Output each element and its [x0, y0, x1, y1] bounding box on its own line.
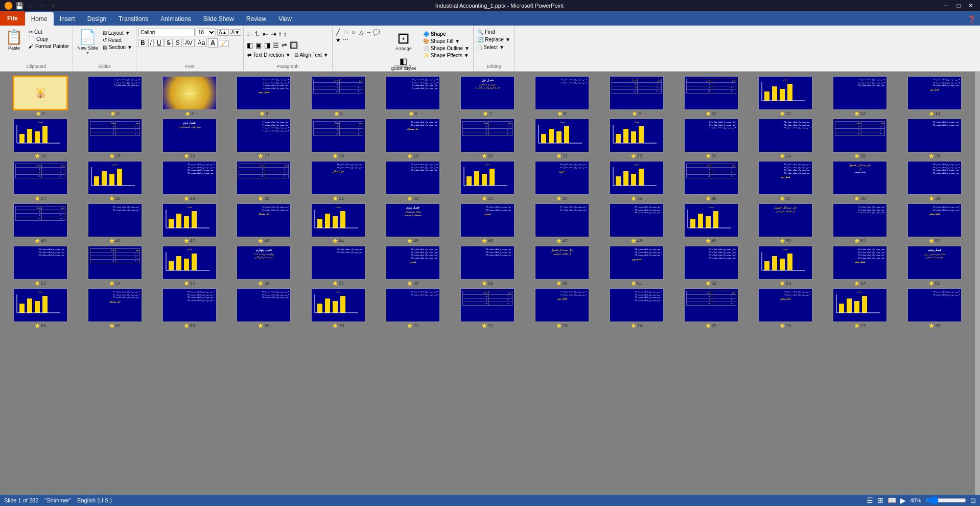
slide-item-33[interactable]: نمودار ⭐33	[451, 160, 524, 201]
slide-item-43[interactable]: • متن نمونه برای اسلاید شماره 43• متن نم…	[228, 203, 300, 243]
tab-design[interactable]: Design	[81, 12, 112, 26]
slide-item-37[interactable]: • متن نمونه برای اسلاید شماره 37• متن نم…	[749, 160, 822, 201]
slide-item-16[interactable]: فصل دوم روش‌های قیمت‌گذاری⭐16	[153, 118, 226, 158]
tab-insert[interactable]: Insert	[54, 12, 81, 26]
slide-item-14[interactable]: نمودار ⭐14	[4, 118, 77, 158]
slide-item-67[interactable]: • متن نمونه برای اسلاید شماره 67• متن نم…	[79, 288, 151, 328]
increase-indent-button[interactable]: ⇥	[270, 30, 277, 38]
redo-quick-btn[interactable]: ↪	[37, 1, 46, 10]
slide-sorter-btn[interactable]: ⊞	[877, 496, 883, 504]
slide-item-18[interactable]: جمعمقدار ۱۰۰۰۵۰ ۲۰۰۰۸۰ ۳۰۰۰۱۲۰ ⭐18	[302, 118, 375, 158]
section-button[interactable]: ▤ Section ▼	[101, 44, 134, 51]
slide-item-69[interactable]: • متن نمونه برای اسلاید شماره 69• متن نم…	[228, 288, 300, 328]
clear-format-button[interactable]: 🧹	[219, 40, 229, 47]
slide-item-24[interactable]: • متن نمونه برای اسلاید شماره 24• متن نم…	[749, 118, 822, 158]
tab-review[interactable]: Review	[240, 12, 272, 26]
line-spacing-button[interactable]: ↕	[283, 30, 288, 38]
find-button[interactable]: 🔍 Find	[476, 29, 512, 35]
layout-button[interactable]: ⊞ Layout ▼	[101, 30, 134, 36]
slide-item-44[interactable]: نمودار ⭐44	[302, 203, 375, 243]
text-direction-button[interactable]: ⇄ Text Direction ▼	[246, 52, 292, 58]
new-slide-button[interactable]: 📄 New Slide ▼	[75, 28, 100, 56]
scrollbar-vertical[interactable]	[975, 72, 980, 495]
slide-item-48[interactable]: • متن نمونه برای اسلاید شماره 48• متن نم…	[600, 203, 673, 243]
slide-item-65[interactable]: فصل پنجم نظام هزینه‌یابی برایموسسات صنعت…	[898, 245, 971, 286]
align-text-button[interactable]: ⊟ Align Text ▼	[293, 52, 330, 58]
slide-item-12[interactable]: • متن نمونه برای اسلاید شماره 12• متن نم…	[824, 76, 896, 116]
slide-item-60[interactable]: حل مسائل فصولاز هدف دوسی⭐60	[526, 245, 598, 286]
font-shrink-btn[interactable]: A▼	[230, 29, 242, 36]
slide-item-46[interactable]: • متن نمونه برای اسلاید شماره 46• متن نم…	[451, 203, 524, 243]
slide-item-15[interactable]: جمعمقدار ۱۰۰۰۵۰ ۲۰۰۰۸۰ ۳۰۰۰۱۲۰ ⭐15	[79, 118, 151, 158]
bold-button[interactable]: B	[138, 39, 147, 47]
slide-item-71[interactable]: • متن نمونه برای اسلاید شماره 71• متن نم…	[377, 288, 449, 328]
zoom-slider[interactable]	[925, 496, 966, 504]
slide-item-11[interactable]: نمودار ⭐11	[749, 76, 822, 116]
slide-item-28[interactable]: نمودار ⭐28	[79, 160, 151, 201]
align-right-button[interactable]: ◨	[263, 41, 271, 50]
char-spacing-button[interactable]: AV	[183, 39, 195, 47]
slideshow-btn[interactable]: ▶	[900, 496, 906, 504]
slide-item-66[interactable]: نمودار ⭐66	[4, 288, 77, 328]
shape-fill-button[interactable]: 🎨 Shape Fill ▼	[422, 38, 471, 44]
slide-item-68[interactable]: • متن نمونه برای اسلاید شماره 68• متن نم…	[153, 288, 226, 328]
slide-item-17[interactable]: • متن نمونه برای اسلاید شماره 17• متن نم…	[228, 118, 300, 158]
shape-more-icon[interactable]: ⋯	[342, 36, 349, 43]
slide-item-34[interactable]: • متن نمونه برای اسلاید شماره 34• متن نم…	[526, 160, 598, 201]
slide-item-77[interactable]: نمودار ⭐77	[824, 288, 896, 328]
tab-view[interactable]: View	[272, 12, 298, 26]
cut-button[interactable]: ✂ Cut	[27, 29, 71, 35]
select-button[interactable]: ⬚ Select ▼	[476, 44, 512, 51]
underline-button[interactable]: U	[155, 39, 164, 47]
strikethrough-button[interactable]: S̶	[165, 39, 173, 47]
slide-item-39[interactable]: • متن نمونه برای اسلاید شماره 39• متن نم…	[898, 160, 971, 201]
slide-item-6[interactable]: • متن نمونه برای اسلاید شماره 6• متن نمو…	[377, 76, 449, 116]
slide-item-5[interactable]: جمعمقدار ۱۰۰۰۵۰ ۲۰۰۰۸۰ ۳۰۰۰۱۲۰ ⭐5	[302, 76, 375, 116]
slide-item-13[interactable]: • متن نمونه برای اسلاید شماره 13• متن نم…	[898, 76, 971, 116]
slide-item-26[interactable]: • متن نمونه برای اسلاید شماره 26• متن نم…	[898, 118, 971, 158]
slides-panel[interactable]: 🕌 ⭐1• متن نمونه برای اسلاید شماره 2• متن…	[0, 72, 975, 495]
tab-transitions[interactable]: Transitions	[112, 12, 154, 26]
slide-item-29[interactable]: • متن نمونه برای اسلاید شماره 29• متن نم…	[153, 160, 226, 201]
slide-item-61[interactable]: • متن نمونه برای اسلاید شماره 61• متن نم…	[600, 245, 673, 286]
tab-animations[interactable]: Animations	[154, 12, 197, 26]
slide-item-8[interactable]: • متن نمونه برای اسلاید شماره 8• متن نمو…	[526, 76, 598, 116]
decrease-indent-button[interactable]: ⇤	[262, 30, 269, 38]
slide-item-51[interactable]: • متن نمونه برای اسلاید شماره 51• متن نم…	[824, 203, 896, 243]
shape-rect-icon[interactable]: □	[342, 29, 349, 36]
slide-item-54[interactable]: جمعمقدار ۱۰۰۰۵۰ ۲۰۰۰۸۰ ۳۰۰۰۱۲۰ ⭐54	[79, 245, 151, 286]
customize-quick-btn[interactable]: ▼	[49, 1, 58, 10]
slide-item-62[interactable]: • متن نمونه برای اسلاید شماره 62• متن نم…	[675, 245, 748, 286]
slide-item-72[interactable]: جمعمقدار ۱۰۰۰۵۰ ۲۰۰۰۸۰ ۳۰۰۰۱۲۰ ⭐72	[451, 288, 524, 328]
slide-item-27[interactable]: جمعمقدار ۱۰۰۰۵۰ ۲۰۰۰۸۰ ۳۰۰۰۱۲۰ ⭐27	[4, 160, 77, 201]
slide-item-35[interactable]: نمودار ⭐35	[600, 160, 673, 201]
font-name-input[interactable]	[138, 29, 195, 36]
shape-outline-button[interactable]: ⬜ Shape Outline ▼	[422, 45, 471, 52]
slide-item-59[interactable]: • متن نمونه برای اسلاید شماره 59• متن نم…	[451, 245, 524, 286]
slide-item-50[interactable]: حل مسائل فصولاز هدف دوسی⭐50	[749, 203, 822, 243]
column-layout-button[interactable]: ⁞	[278, 30, 282, 38]
change-case-button[interactable]: Aa	[196, 39, 207, 47]
slide-item-76[interactable]: • متن نمونه برای اسلاید شماره 76• متن نم…	[749, 288, 822, 328]
slide-item-56[interactable]: فصل چهارم بهای تمام‌شده ۳۱۲در سیستم بازر…	[228, 245, 300, 286]
paste-button[interactable]: 📋 Paste	[2, 28, 26, 52]
shadow-button[interactable]: S	[174, 39, 182, 47]
slide-item-21[interactable]: نمودار ⭐21	[526, 118, 598, 158]
slide-item-57[interactable]: • متن نمونه برای اسلاید شماره 57• متن نم…	[302, 245, 375, 286]
close-btn[interactable]: ✕	[966, 2, 976, 10]
maximize-btn[interactable]: □	[953, 2, 964, 10]
align-left-button[interactable]: ◧	[246, 41, 254, 50]
slide-item-41[interactable]: • متن نمونه برای اسلاید شماره 41• متن نم…	[79, 203, 151, 243]
shape-effects-button[interactable]: ✨ Shape Effects ▼	[422, 52, 471, 59]
slide-item-53[interactable]: • متن نمونه برای اسلاید شماره 53• متن نم…	[4, 245, 77, 286]
slide-item-58[interactable]: • متن نمونه برای اسلاید شماره 58• متن نم…	[377, 245, 449, 286]
font-color-button[interactable]: A	[208, 38, 217, 48]
text-direction-btn2[interactable]: ⇌	[281, 41, 288, 50]
align-center-button[interactable]: ▣	[254, 41, 263, 50]
slide-item-10[interactable]: جمعمقدار ۱۰۰۰۵۰ ۲۰۰۰۸۰ ۳۰۰۰۱۲۰ ⭐10	[675, 76, 748, 116]
save-quick-btn[interactable]: 💾	[15, 1, 24, 10]
slide-item-42[interactable]: نمودار ⭐42	[153, 203, 226, 243]
slide-item-38[interactable]: حل مسائل فصولاز هدف دوسی⭐38	[824, 160, 896, 201]
font-grow-btn[interactable]: A▲	[217, 29, 229, 36]
slide-item-47[interactable]: • متن نمونه برای اسلاید شماره 47• متن نم…	[526, 203, 598, 243]
